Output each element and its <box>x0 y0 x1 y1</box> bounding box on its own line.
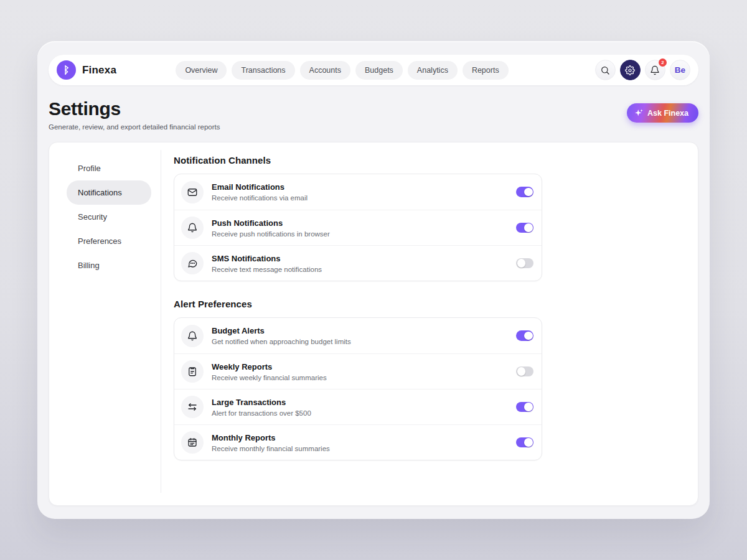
clipboard-icon <box>181 360 204 383</box>
ask-finexa-button[interactable]: Ask Finexa <box>627 103 698 123</box>
gear-icon <box>625 65 635 75</box>
search-icon <box>600 65 610 75</box>
bell-icon <box>181 325 204 347</box>
setting-title: Large Transactions <box>212 398 311 407</box>
page-title-block: Settings Generate, review, and export de… <box>49 98 220 131</box>
section-heading-alert-preferences: Alert Preferences <box>174 299 698 309</box>
setting-title: Push Notifications <box>212 218 330 228</box>
chat-bubble-icon <box>181 252 204 274</box>
page-header: Settings Generate, review, and export de… <box>49 98 698 131</box>
finexa-logo-icon[interactable] <box>57 60 76 80</box>
nav-item-analytics[interactable]: Analytics <box>408 61 458 80</box>
alert-preferences-card: Budget Alerts Get notified when approach… <box>174 317 542 460</box>
page-subtitle: Generate, review, and export detailed fi… <box>49 123 220 131</box>
mail-icon <box>181 181 204 203</box>
sparkle-icon <box>634 108 644 118</box>
setting-row-monthly-reports: Monthly Reports Receive monthly financia… <box>174 424 542 460</box>
setting-description: Receive monthly financial summaries <box>212 445 330 452</box>
transfer-arrows-icon <box>181 396 204 418</box>
nav-item-transactions[interactable]: Transactions <box>232 61 294 80</box>
settings-main-panel: Notification Channels Email Notification… <box>161 142 698 505</box>
notification-count-badge: 2 <box>659 58 667 67</box>
setting-title: Budget Alerts <box>212 326 351 335</box>
nav-item-budgets[interactable]: Budgets <box>355 61 403 80</box>
bell-icon <box>650 65 660 75</box>
setting-title: Weekly Reports <box>212 362 327 371</box>
settings-card: Profile Notifications Security Preferenc… <box>49 142 698 506</box>
setting-title: SMS Notifications <box>212 254 322 263</box>
setting-row-push-notifications: Push Notifications Receive push notifica… <box>174 210 542 245</box>
setting-description: Alert for transactions over $500 <box>212 409 311 417</box>
calendar-icon <box>181 431 204 454</box>
settings-button[interactable] <box>620 60 641 80</box>
section-heading-notification-channels: Notification Channels <box>174 155 698 166</box>
brand-name: Finexa <box>82 64 116 77</box>
sidebar-item-billing[interactable]: Billing <box>67 253 151 278</box>
primary-nav: Overview Transactions Accounts Budgets A… <box>176 61 508 80</box>
push-notifications-toggle[interactable] <box>516 223 533 233</box>
settings-sidebar: Profile Notifications Security Preferenc… <box>49 142 161 505</box>
setting-description: Receive text message notifications <box>212 266 322 273</box>
app-window: Finexa Overview Transactions Accounts Bu… <box>37 41 710 519</box>
weekly-reports-toggle[interactable] <box>516 366 533 377</box>
setting-description: Receive push notifications in browser <box>212 230 330 238</box>
setting-row-budget-alerts: Budget Alerts Get notified when approach… <box>174 318 542 353</box>
budget-alerts-toggle[interactable] <box>516 330 533 341</box>
sidebar-item-notifications[interactable]: Notifications <box>67 180 151 205</box>
notification-channels-card: Email Notifications Receive notification… <box>174 174 542 281</box>
sidebar-item-profile[interactable]: Profile <box>67 156 151 180</box>
notifications-button[interactable]: 2 <box>645 60 665 80</box>
monthly-reports-toggle[interactable] <box>516 437 533 448</box>
setting-row-large-transactions: Large Transactions Alert for transaction… <box>174 389 542 424</box>
nav-item-reports[interactable]: Reports <box>463 61 509 80</box>
setting-row-sms-notifications: SMS Notifications Receive text message n… <box>174 245 542 281</box>
nav-item-accounts[interactable]: Accounts <box>300 61 350 80</box>
bell-icon <box>181 217 204 239</box>
setting-title: Email Notifications <box>212 182 308 192</box>
navbar-actions: 2 Be <box>595 60 690 80</box>
setting-description: Get notified when approaching budget lim… <box>212 338 351 345</box>
setting-description: Receive notifications via email <box>212 194 308 202</box>
large-transactions-toggle[interactable] <box>516 402 533 413</box>
nav-item-overview[interactable]: Overview <box>176 61 227 80</box>
setting-row-email-notifications: Email Notifications Receive notification… <box>174 174 542 210</box>
sidebar-item-security[interactable]: Security <box>67 205 151 229</box>
email-notifications-toggle[interactable] <box>516 187 533 197</box>
sidebar-item-preferences[interactable]: Preferences <box>67 229 151 253</box>
ask-finexa-label: Ask Finexa <box>647 109 688 118</box>
page-title: Settings <box>49 98 220 119</box>
setting-row-weekly-reports: Weekly Reports Receive weekly financial … <box>174 353 542 389</box>
setting-title: Monthly Reports <box>212 433 330 442</box>
user-avatar[interactable]: Be <box>670 60 690 80</box>
sms-notifications-toggle[interactable] <box>516 258 533 269</box>
search-button[interactable] <box>595 60 616 80</box>
setting-description: Receive weekly financial summaries <box>212 374 327 381</box>
top-navbar: Finexa Overview Transactions Accounts Bu… <box>49 55 698 85</box>
